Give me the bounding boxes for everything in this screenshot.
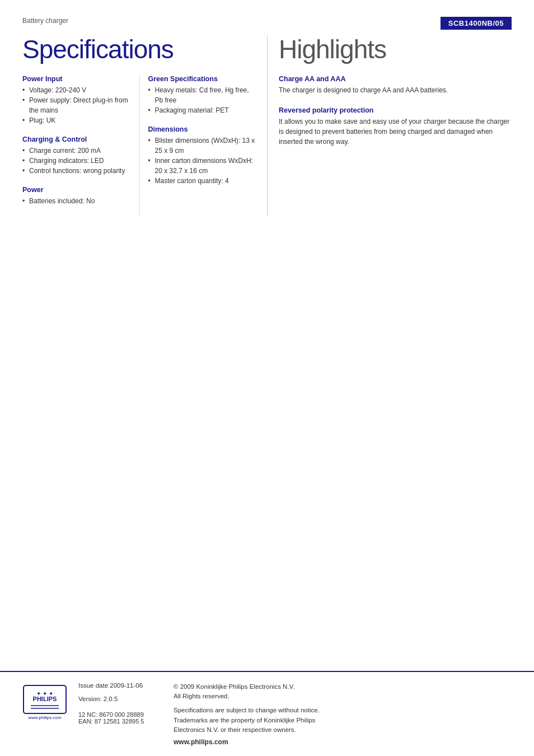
spec-item: Batteries included: No: [22, 196, 131, 206]
philips-logo: PHILIPS ✦ ✦ ✦ www.philips.com: [22, 684, 67, 725]
spec-item: Charge current: 200 mA: [22, 146, 131, 156]
charging-control-section: Charging & Control Charge current: 200 m…: [22, 136, 131, 176]
page: Battery charger SCB1400NB/05 Specificati…: [0, 0, 534, 756]
power-section: Power Batteries included: No: [22, 186, 131, 206]
reversed-polarity-title: Reversed polarity protection: [279, 106, 512, 114]
specs-col1: Power Input Voltage: 220-240 V Power sup…: [22, 75, 139, 216]
footer-copyright: © 2009 Koninklijke Philips Electronics N…: [174, 682, 512, 702]
spec-item: Power supply: Direct plug-in from the ma…: [22, 95, 131, 115]
spec-item: Charging indicators: LED: [22, 156, 131, 166]
green-specs-section: Green Specifications Heavy metals: Cd fr…: [148, 75, 256, 115]
main-content: Specifications Power Input Voltage: 220-…: [22, 35, 512, 216]
power-input-section: Power Input Voltage: 220-240 V Power sup…: [22, 75, 131, 125]
spec-item: Heavy metals: Cd free, Hg free, Pb free: [148, 85, 256, 105]
power-input-title: Power Input: [22, 75, 131, 83]
reversed-polarity-section: Reversed polarity protection It allows y…: [279, 106, 512, 147]
spec-item: Master carton quantity: 4: [148, 176, 256, 186]
charging-control-list: Charge current: 200 mA Charging indicato…: [22, 146, 131, 176]
svg-text:www.philips.com: www.philips.com: [27, 715, 61, 720]
nc-ean: 12 NC: 8670 000 28889 EAN: 87 12581 3289…: [78, 711, 162, 725]
dimensions-section: Dimensions Blister dimensions (WxDxH): 1…: [148, 125, 256, 186]
specs-inner: Power Input Voltage: 220-240 V Power sup…: [22, 75, 256, 216]
footer: PHILIPS ✦ ✦ ✦ www.philips.com Issue date…: [0, 671, 534, 756]
specifications-title: Specifications: [22, 35, 256, 64]
footer-website: www.philips.com: [174, 738, 512, 746]
charge-aa-aaa-section: Charge AA and AAA The charger is designe…: [279, 75, 512, 95]
green-specs-list: Heavy metals: Cd free, Hg free, Pb free …: [148, 85, 256, 115]
dimensions-list: Blister dimensions (WxDxH): 13 x 25 x 9 …: [148, 136, 256, 186]
version: Version: 2.0.5: [78, 696, 162, 702]
spec-item: Blister dimensions (WxDxH): 13 x 25 x 9 …: [148, 136, 256, 156]
power-input-list: Voltage: 220-240 V Power supply: Direct …: [22, 85, 131, 125]
footer-legal-text: Specifications are subject to change wit…: [174, 706, 512, 735]
reversed-polarity-text: It allows you to make save and easy use …: [279, 116, 512, 147]
issue-date: Issue date 2009-11-06: [78, 682, 162, 689]
spec-item: Inner carton dimensions WxDxH: 20 x 32.7…: [148, 156, 256, 176]
highlights-column: Highlights Charge AA and AAA The charger…: [267, 35, 512, 216]
spec-item: Voltage: 220-240 V: [22, 85, 131, 95]
svg-text:✦ ✦ ✦: ✦ ✦ ✦: [36, 690, 53, 697]
charging-control-title: Charging & Control: [22, 136, 131, 143]
green-specs-title: Green Specifications: [148, 75, 256, 83]
footer-legal-block: © 2009 Koninklijke Philips Electronics N…: [174, 682, 512, 746]
highlights-title: Highlights: [279, 35, 512, 64]
footer-meta: Issue date 2009-11-06 Version: 2.0.5 12 …: [78, 682, 162, 725]
product-code-box: SCB1400NB/05: [441, 17, 512, 30]
charge-aa-aaa-text: The charger is designed to charge AA and…: [279, 85, 512, 95]
specs-col2: Green Specifications Heavy metals: Cd fr…: [139, 75, 256, 216]
power-title: Power: [22, 186, 131, 194]
charge-aa-aaa-title: Charge AA and AAA: [279, 75, 512, 83]
dimensions-title: Dimensions: [148, 125, 256, 133]
power-list: Batteries included: No: [22, 196, 131, 206]
spec-item: Control functions: wrong polarity: [22, 166, 131, 176]
header: Battery charger SCB1400NB/05: [22, 17, 512, 30]
spec-item: Plug: UK: [22, 115, 131, 125]
specifications-column: Specifications Power Input Voltage: 220-…: [22, 35, 267, 216]
battery-charger-label: Battery charger: [22, 17, 68, 25]
spec-item: Packaging material: PET: [148, 105, 256, 115]
